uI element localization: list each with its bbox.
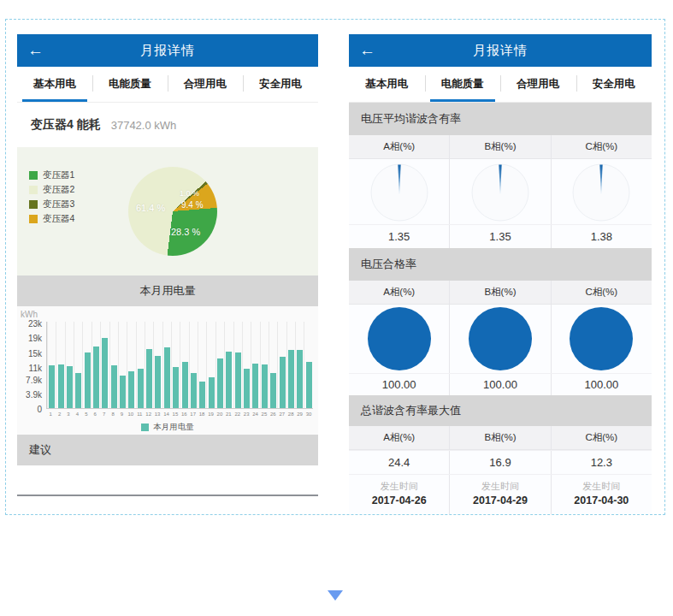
bar-cell (74, 322, 82, 408)
bar (297, 350, 303, 408)
needle-gauge-chart[interactable] (450, 159, 551, 224)
x-axis-label: 30 (304, 409, 313, 420)
tab-safety[interactable]: 安全用电 (243, 67, 318, 102)
x-axis-label: 29 (295, 409, 304, 420)
empty-suggestion-area (17, 465, 318, 495)
metric-value: 1.35 (349, 225, 450, 248)
tab-basic[interactable]: 基本用电 (17, 67, 92, 102)
bar-cell (171, 322, 180, 408)
metric-value: 24.4 (349, 451, 450, 474)
x-axis-label: 23 (242, 409, 251, 420)
bar-cell (145, 322, 153, 408)
bar-chart[interactable]: 23k19k15k11k7.9k3.9k0 123456789101112131… (17, 322, 318, 435)
tab-safety[interactable]: 安全用电 (576, 67, 652, 102)
x-axis-label: 27 (278, 409, 286, 420)
tab-rational[interactable]: 合理用电 (168, 67, 243, 102)
value-row: 1.351.351.38 (349, 224, 652, 248)
bar (155, 356, 161, 408)
needle-gauge-chart[interactable] (349, 159, 450, 224)
bar (164, 347, 170, 408)
x-axis-label: 11 (135, 409, 144, 420)
bar-cell (47, 322, 56, 408)
bar (235, 352, 241, 408)
bar (217, 358, 223, 408)
bar (288, 350, 294, 408)
page-title: 月报详情 (349, 43, 652, 59)
y-axis: 23k19k15k11k7.9k3.9k0 (18, 322, 44, 409)
tab-basic[interactable]: 基本用电 (349, 67, 425, 102)
pie-label: 9.4 % (181, 200, 204, 210)
bar (146, 349, 152, 408)
bar-cell (277, 322, 286, 408)
quality-sections: 电压平均谐波含有率A相(%)B相(%)C相(%)1.351.351.38电压合格… (349, 103, 652, 514)
bar (199, 382, 205, 408)
x-axis-label: 5 (82, 409, 91, 420)
disc-chart[interactable] (450, 305, 551, 373)
x-axis-label: 7 (99, 409, 108, 420)
bar-cell (233, 322, 242, 408)
pie-chart[interactable]: 61.4 %1.0 %9.4 %28.3 % (128, 167, 217, 256)
expand-triangle-down-icon[interactable] (328, 590, 343, 601)
disc-chart[interactable] (552, 305, 652, 373)
column-header: B相(%) (450, 135, 551, 158)
bar-cell (127, 322, 135, 408)
bar (182, 362, 188, 408)
bar-cell (65, 322, 74, 408)
legend-label: 变压器1 (43, 169, 74, 181)
bar-cell (118, 322, 127, 408)
needle-gauge-chart[interactable] (552, 159, 652, 224)
legend-label: 变压器4 (43, 213, 74, 225)
column-header-row: A相(%)B相(%)C相(%) (349, 426, 652, 450)
bar-cell (180, 322, 188, 408)
y-axis-tick: 19k (18, 334, 42, 343)
time-value: 2017-04-30 (574, 495, 629, 506)
summary-row: 变压器4 能耗 37742.0 kWh (17, 103, 318, 147)
metric-value: 16.9 (450, 451, 551, 474)
bar-cell (109, 322, 118, 408)
column-header: A相(%) (349, 281, 450, 304)
legend-swatch (29, 171, 38, 180)
bar-cell (286, 322, 295, 408)
legend-swatch (29, 200, 38, 209)
x-axis-label: 4 (73, 409, 81, 420)
tab-quality[interactable]: 电能质量 (425, 67, 501, 102)
column-header-row: A相(%)B相(%)C相(%) (349, 281, 652, 305)
chart-legend: 本月用电量 (17, 420, 318, 435)
section-header-monthly-usage: 本月用电量 (17, 275, 318, 306)
bar (191, 373, 197, 408)
tab-rational[interactable]: 合理用电 (500, 67, 576, 102)
bar-cell (224, 322, 233, 408)
pie-legend: 变压器1变压器2变压器3变压器4 (29, 168, 74, 226)
y-axis-tick: 23k (18, 319, 42, 329)
legend-item: 变压器1 (29, 168, 74, 182)
disc-chart[interactable] (349, 305, 450, 373)
legend-swatch (141, 424, 149, 431)
back-arrow-icon: ← (359, 41, 375, 60)
x-axis-label: 24 (251, 409, 259, 420)
section-header-0: 电压平均谐波含有率 (349, 103, 652, 135)
page-title: 月报详情 (17, 43, 318, 59)
back-button[interactable]: ← (27, 34, 44, 67)
metric-value: 100.00 (450, 374, 551, 395)
x-axis-label: 16 (180, 409, 188, 420)
occurrence-time: 发生时间2017-04-26 (349, 475, 450, 514)
disc-chart-row (349, 305, 652, 373)
full-pie-disc (469, 307, 532, 370)
bar (252, 364, 258, 408)
column-header: B相(%) (450, 426, 551, 449)
bar-cell (136, 322, 145, 408)
bar-cell (56, 322, 64, 408)
x-axis-label: 21 (224, 409, 233, 420)
legend-item: 变压器3 (29, 197, 74, 211)
bar-cell (206, 322, 215, 408)
back-button[interactable]: ← (359, 34, 375, 67)
legend-label: 变压器3 (43, 198, 74, 210)
summary-label: 变压器4 能耗 (31, 117, 101, 133)
occurrence-time-row: 发生时间2017-04-26发生时间2017-04-29发生时间2017-04-… (349, 474, 652, 514)
bar (120, 376, 126, 408)
tab-quality[interactable]: 电能质量 (92, 67, 168, 102)
column-header: A相(%) (349, 135, 450, 158)
y-axis-tick: 3.9k (18, 390, 42, 400)
x-axis-label: 12 (144, 409, 152, 420)
x-axis-label: 19 (206, 409, 215, 420)
